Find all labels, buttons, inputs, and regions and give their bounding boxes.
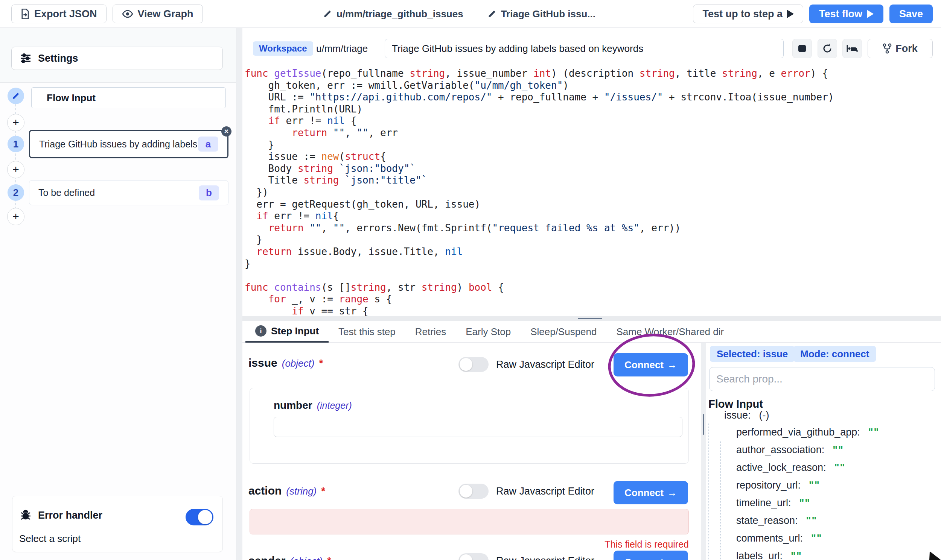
- mode-badge: Mode: connect: [793, 346, 876, 362]
- add-step-button[interactable]: +: [7, 208, 25, 225]
- tab-label: Step Input: [271, 325, 319, 337]
- code-line: [245, 270, 940, 282]
- connect-button-action[interactable]: Connect→: [614, 481, 688, 504]
- field-name-action: action: [248, 485, 282, 497]
- error-handler-card[interactable]: Error handler Select a script: [12, 496, 223, 552]
- step-summary-input[interactable]: [385, 39, 784, 58]
- top-header: Export JSON View Graph u/mm/triage_githu…: [0, 0, 941, 28]
- tree-item-state_reason[interactable]: state_reason:"": [736, 514, 817, 527]
- bug-icon: [19, 509, 32, 522]
- tree-item-author_association[interactable]: author_association:"": [736, 443, 844, 456]
- code-line: Title string `json:"title"`: [245, 174, 940, 186]
- issue-object-card: number (integer): [250, 388, 689, 464]
- prop-key: repository_url:: [736, 480, 801, 491]
- step-number-1: 1: [8, 136, 24, 152]
- settings-button[interactable]: Settings: [11, 47, 223, 70]
- code-editor[interactable]: func getIssue(repo_fullname string, issu…: [245, 68, 940, 316]
- step-number-2: 2: [8, 184, 24, 201]
- export-json-button[interactable]: Export JSON: [11, 5, 106, 23]
- connect-panel-resizer[interactable]: [701, 343, 706, 560]
- prop-key: timeline_url:: [736, 497, 791, 509]
- action-input-error[interactable]: [250, 509, 689, 534]
- test-up-to-step-button[interactable]: Test up to step a: [693, 5, 803, 23]
- save-button[interactable]: Save: [889, 5, 933, 23]
- remove-step-button[interactable]: ✕: [221, 126, 231, 137]
- tab-test-this-step[interactable]: Test this step: [329, 321, 406, 343]
- tab-step-input[interactable]: iStep Input: [245, 321, 329, 343]
- tab-early-stop[interactable]: Early Stop: [456, 321, 521, 343]
- prop-value: "": [791, 550, 802, 560]
- code-line: if err != nil{: [245, 210, 940, 222]
- required-asterisk: *: [321, 485, 325, 497]
- script-path-prefix: u/mm/triage: [316, 43, 368, 55]
- step-node-a[interactable]: Triage GitHub issues by adding labels ..…: [29, 130, 228, 158]
- search-prop-input[interactable]: [709, 367, 935, 391]
- step-id-badge: a: [198, 137, 218, 152]
- add-step-button[interactable]: +: [7, 161, 25, 178]
- error-handler-title: Error handler: [38, 509, 102, 521]
- tree-item-timeline_url[interactable]: timeline_url:"": [736, 497, 810, 509]
- pencil-icon: [487, 9, 497, 18]
- breadcrumb: u/mm/triage_github_issues Triage GitHub …: [323, 0, 595, 28]
- view-graph-button[interactable]: View Graph: [113, 5, 203, 23]
- raw-js-toggle-action[interactable]: [458, 484, 489, 499]
- play-icon: [787, 10, 794, 18]
- tab-same-worker-shared-dir[interactable]: Same Worker/Shared dir: [607, 321, 734, 343]
- error-handler-toggle[interactable]: [185, 509, 213, 525]
- code-line: }): [245, 186, 940, 198]
- step-detail-tabs: iStep InputTest this stepRetriesEarly St…: [242, 321, 941, 343]
- main-editor-area: Workspace u/mm/triage Fork func getIssue…: [242, 28, 941, 560]
- raw-js-toggle-issue[interactable]: [458, 357, 489, 372]
- breadcrumb-summary[interactable]: Triage GitHub issu...: [487, 8, 595, 20]
- prop-value: (-): [759, 409, 769, 421]
- fork-button[interactable]: Fork: [868, 39, 933, 58]
- tab-label: Test this step: [338, 326, 396, 338]
- connect-button-issue[interactable]: Connect→: [614, 353, 688, 377]
- play-icon: [867, 10, 874, 18]
- number-input[interactable]: [274, 417, 682, 437]
- selected-prop-badge: Selected: issue: [710, 346, 794, 362]
- tree-item-labels_url[interactable]: labels_url:"": [736, 549, 802, 560]
- resizer-grip[interactable]: [703, 414, 704, 435]
- prop-value: "": [806, 515, 818, 526]
- tree-indent-guide: [720, 441, 721, 560]
- export-json-label: Export JSON: [34, 8, 97, 20]
- code-line: func contains(s []string, str string) bo…: [245, 282, 940, 294]
- panel-resizer-horizontal[interactable]: [242, 316, 941, 321]
- bed-sleep-button[interactable]: [842, 39, 862, 58]
- tree-item-performed_via_github_app[interactable]: performed_via_github_app:"": [736, 426, 879, 438]
- connect-button-sender[interactable]: Connect→: [614, 551, 688, 560]
- tab-retries[interactable]: Retries: [406, 321, 456, 343]
- code-line: URL := "https://api.github.com/repos/" +…: [245, 91, 940, 103]
- step-node-b[interactable]: To be defined b: [29, 180, 228, 205]
- stop-button[interactable]: [792, 39, 812, 58]
- prop-key: state_reason:: [736, 515, 798, 526]
- breadcrumb-path[interactable]: u/mm/triage_github_issues: [323, 8, 463, 20]
- code-line: Body string `json:"body"`: [245, 163, 940, 175]
- flow-input-node[interactable]: Flow Input: [31, 87, 226, 108]
- test-flow-button[interactable]: Test flow: [809, 5, 883, 23]
- prop-key: issue:: [724, 409, 751, 421]
- raw-js-label: Raw Javascript Editor: [496, 359, 594, 371]
- step-toolbar: Workspace u/mm/triage Fork: [242, 28, 941, 67]
- tree-item-active_lock_reason[interactable]: active_lock_reason:"": [736, 461, 845, 474]
- tree-item-issue[interactable]: issue:(-): [724, 409, 769, 422]
- code-line: fmt.Println(URL): [245, 103, 940, 115]
- step-input-panel: issue (object) * Raw Javascript Editor C…: [242, 343, 941, 560]
- code-line: }: [245, 258, 940, 270]
- raw-js-toggle-sender[interactable]: [458, 553, 489, 560]
- refresh-button[interactable]: [818, 39, 837, 58]
- resizer-grip[interactable]: [578, 318, 602, 319]
- error-handler-subtitle[interactable]: Select a script: [19, 533, 80, 545]
- tree-item-comments_url[interactable]: comments_url:"": [736, 532, 822, 545]
- field-required-error: This field is required: [605, 539, 689, 550]
- field-name-sender: sender: [248, 554, 285, 560]
- tree-item-repository_url[interactable]: repository_url:"": [736, 479, 820, 492]
- tab-sleep-suspend[interactable]: Sleep/Suspend: [521, 321, 606, 343]
- add-step-button[interactable]: +: [7, 114, 25, 131]
- code-line: if v == str {: [245, 305, 940, 316]
- pencil-icon: [323, 9, 332, 18]
- flow-input-node-icon[interactable]: [8, 88, 24, 104]
- connect-panel: Selected: issue Mode: connect Flow Input…: [706, 343, 941, 560]
- panel-resizer-vertical[interactable]: [236, 28, 242, 560]
